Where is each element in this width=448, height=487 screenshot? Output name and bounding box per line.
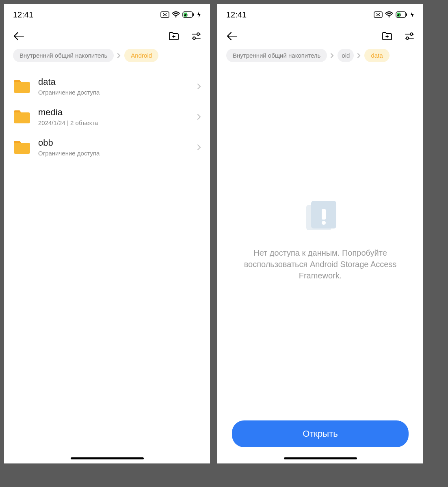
back-icon[interactable]	[13, 32, 24, 41]
phone-left: 12:41 41 Внутренний общий	[4, 4, 210, 463]
sim-off-icon	[160, 11, 169, 18]
chevron-right-icon	[117, 53, 121, 58]
home-indicator[interactable]	[71, 457, 144, 459]
battery-icon: 41	[396, 11, 408, 18]
folder-list: data Ограничение доступа media 2024/1/24…	[4, 67, 210, 166]
no-access-icon	[302, 198, 339, 235]
folder-subtitle: Ограничение доступа	[38, 150, 190, 157]
status-time: 12:41	[13, 10, 33, 19]
svg-rect-22	[322, 209, 326, 220]
status-time: 12:41	[226, 10, 247, 19]
breadcrumb-mid[interactable]: oid	[338, 49, 354, 62]
wifi-icon	[172, 11, 180, 18]
sim-off-icon	[374, 11, 383, 18]
folder-subtitle: Ограничение доступа	[38, 89, 190, 96]
charging-icon	[197, 11, 201, 18]
wifi-icon	[385, 11, 393, 18]
breadcrumb-current[interactable]: data	[364, 49, 389, 62]
svg-rect-3	[193, 13, 194, 16]
status-bar: 12:41 41	[4, 4, 210, 24]
topbar	[217, 24, 423, 49]
breadcrumb-current[interactable]: Android	[124, 49, 158, 62]
folder-icon	[13, 110, 31, 124]
svg-text:41: 41	[184, 13, 188, 17]
settings-icon[interactable]	[405, 32, 414, 40]
breadcrumb-root[interactable]: Внутренний общий накопитель	[13, 49, 114, 62]
svg-rect-13	[406, 13, 407, 16]
new-folder-icon[interactable]	[382, 32, 392, 41]
svg-point-23	[322, 221, 326, 225]
folder-icon	[13, 79, 31, 94]
charging-icon	[410, 11, 414, 18]
status-bar: 12:41 41	[217, 4, 423, 24]
svg-point-11	[389, 16, 390, 17]
list-item[interactable]: data Ограничение доступа	[13, 71, 201, 101]
breadcrumb-root[interactable]: Внутренний общий накопитель	[226, 49, 327, 62]
chevron-right-icon	[197, 144, 201, 151]
battery-icon: 41	[182, 11, 195, 18]
open-button[interactable]: Открыть	[232, 420, 409, 447]
status-icons: 41	[374, 11, 414, 18]
svg-point-17	[410, 33, 413, 35]
status-icons: 41	[160, 11, 201, 18]
empty-state: Нет доступа к данным. Попробуйте восполь…	[217, 67, 423, 412]
bottom-area: Открыть	[217, 412, 423, 463]
list-item[interactable]: media 2024/1/24 | 2 объекта	[13, 101, 201, 132]
folder-name: media	[38, 107, 190, 118]
breadcrumb: Внутренний общий накопитель oid data	[217, 49, 423, 67]
svg-point-7	[197, 33, 199, 35]
svg-point-19	[406, 37, 409, 39]
folder-icon	[13, 140, 31, 155]
chevron-right-icon	[357, 53, 361, 58]
svg-text:41: 41	[397, 13, 401, 17]
list-item[interactable]: obb Ограничение доступа	[13, 132, 201, 162]
chevron-right-icon	[330, 53, 334, 58]
chevron-right-icon	[197, 114, 201, 120]
breadcrumb: Внутренний общий накопитель Android	[4, 49, 210, 67]
folder-name: obb	[38, 138, 190, 148]
svg-point-9	[193, 37, 195, 39]
phone-right: 12:41 41 Внутренний общий	[217, 4, 423, 463]
chevron-right-icon	[197, 83, 201, 90]
empty-message: Нет доступа к данным. Попробуйте восполь…	[229, 247, 411, 281]
settings-icon[interactable]	[191, 32, 201, 40]
svg-point-1	[175, 16, 177, 17]
home-indicator[interactable]	[284, 457, 357, 459]
folder-subtitle: 2024/1/24 | 2 объекта	[38, 119, 190, 126]
folder-name: data	[38, 77, 190, 87]
back-icon[interactable]	[226, 32, 238, 41]
topbar	[4, 24, 210, 49]
new-folder-icon[interactable]	[169, 32, 179, 41]
